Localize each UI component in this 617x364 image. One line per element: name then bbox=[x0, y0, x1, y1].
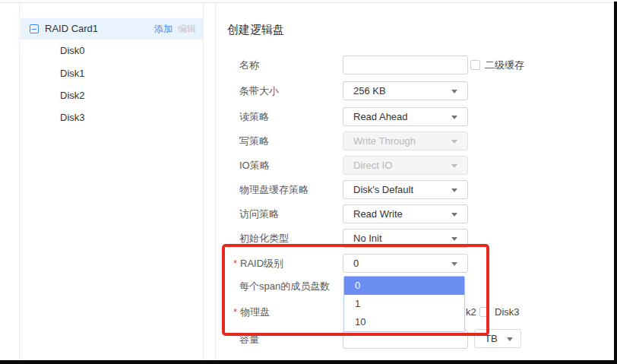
init-type-label: 初始化类型 bbox=[239, 229, 289, 248]
chevron-down-icon bbox=[507, 337, 513, 341]
read-policy-label: 读策略 bbox=[239, 107, 269, 126]
read-policy-select[interactable]: Read Ahead bbox=[343, 107, 468, 126]
menu-option-10[interactable]: 10 bbox=[344, 313, 464, 331]
sidebar-item-disk3[interactable]: Disk3 bbox=[60, 109, 189, 126]
required-asterisk: * bbox=[233, 258, 237, 269]
chevron-down-icon bbox=[451, 262, 457, 266]
stripe-size-label: 条带大小 bbox=[239, 81, 279, 100]
span-members-label: 每个span的成员盘数 bbox=[239, 277, 330, 296]
screenshot-border-bottom bbox=[0, 360, 617, 364]
chevron-down-icon bbox=[451, 116, 457, 119]
secondary-cache-checkbox[interactable] bbox=[470, 60, 480, 70]
menu-option-1[interactable]: 1 bbox=[344, 295, 464, 313]
raid-level-label: *RAID级别 bbox=[233, 254, 283, 273]
access-policy-select[interactable]: Read Write bbox=[343, 204, 468, 223]
disk-cache-policy-select[interactable]: Disk's Default bbox=[343, 180, 468, 199]
sidebar-raid-tree: RAID Card1 添加 编辑 Disk0 Disk1 Disk2 Disk3 bbox=[19, 3, 204, 360]
raid-card-label: RAID Card1 bbox=[45, 18, 98, 40]
collapse-icon[interactable] bbox=[30, 24, 39, 33]
disk-cache-policy-label: 物理盘缓存策略 bbox=[239, 180, 308, 199]
physical-disks-label: *物理盘 bbox=[233, 302, 270, 321]
panel-divider bbox=[215, 3, 216, 360]
chevron-down-icon bbox=[451, 90, 457, 93]
tree-node-raid-card1[interactable]: RAID Card1 添加 编辑 bbox=[21, 18, 204, 40]
add-link[interactable]: 添加 bbox=[154, 18, 172, 40]
menu-option-0[interactable]: 0 bbox=[344, 277, 464, 295]
chevron-down-icon bbox=[451, 188, 457, 192]
capacity-label: 容量 bbox=[239, 330, 259, 349]
disk3-checkbox[interactable] bbox=[479, 307, 489, 317]
raid-config-screen: RAID Card1 添加 编辑 Disk0 Disk1 Disk2 Disk3… bbox=[0, 0, 617, 364]
disk2-label-fragment: k2 bbox=[466, 302, 476, 321]
name-label: 名称 bbox=[239, 55, 259, 74]
write-policy-select: Write Through bbox=[343, 131, 468, 150]
capacity-unit-select[interactable]: TB bbox=[474, 329, 521, 348]
io-policy-label: IO策略 bbox=[239, 156, 270, 175]
sidebar-item-disk1[interactable]: Disk1 bbox=[60, 65, 189, 82]
access-policy-label: 访问策略 bbox=[239, 204, 279, 223]
raid-level-dropdown-menu: 0 1 10 bbox=[343, 276, 465, 332]
screenshot-border-right bbox=[614, 2, 617, 364]
capacity-input[interactable] bbox=[343, 330, 468, 349]
name-input[interactable] bbox=[343, 55, 468, 74]
chevron-down-icon bbox=[451, 140, 457, 144]
stripe-size-select[interactable]: 256 KB bbox=[343, 81, 468, 100]
sidebar-item-disk2[interactable]: Disk2 bbox=[60, 87, 189, 104]
init-type-select[interactable]: No Init bbox=[343, 229, 468, 248]
raid-level-select[interactable]: 0 bbox=[343, 254, 468, 273]
chevron-down-icon bbox=[451, 164, 457, 168]
required-asterisk: * bbox=[233, 306, 237, 318]
secondary-cache-label: 二级缓存 bbox=[485, 55, 524, 74]
edit-link[interactable]: 编辑 bbox=[178, 18, 196, 40]
chevron-down-icon bbox=[451, 213, 457, 217]
chevron-down-icon bbox=[451, 237, 457, 241]
io-policy-select: Direct IO bbox=[343, 156, 468, 175]
disk3-label: Disk3 bbox=[495, 302, 520, 321]
page-title: 创建逻辑盘 bbox=[227, 23, 284, 37]
sidebar-item-disk0[interactable]: Disk0 bbox=[60, 43, 189, 59]
write-policy-label: 写策略 bbox=[239, 131, 269, 150]
